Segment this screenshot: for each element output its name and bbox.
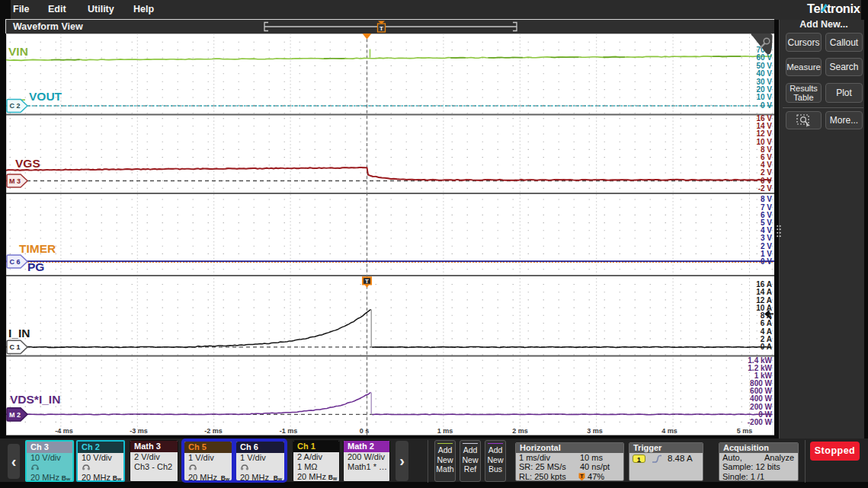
svg-text:0 V: 0 V: [761, 101, 772, 110]
svg-text:3 ms: 3 ms: [587, 427, 603, 435]
svg-text:-2 ms: -2 ms: [204, 427, 223, 435]
svg-text:-4 ms: -4 ms: [55, 427, 73, 435]
svg-text:M 2: M 2: [9, 411, 21, 419]
svg-text:20 V: 20 V: [756, 85, 772, 94]
svg-text:5 ms: 5 ms: [737, 427, 753, 435]
svg-text:C 2: C 2: [9, 102, 20, 110]
svg-text:10 V: 10 V: [756, 93, 772, 101]
svg-text:1 ms: 1 ms: [437, 427, 453, 435]
svg-text:2 ms: 2 ms: [512, 427, 528, 435]
svg-text:4 ms: 4 ms: [661, 427, 677, 435]
svg-text:60 V: 60 V: [756, 53, 772, 62]
svg-text:-200 W: -200 W: [748, 418, 773, 426]
svg-text:C 6: C 6: [9, 258, 20, 266]
svg-text:VGS: VGS: [15, 157, 40, 170]
svg-text:PG: PG: [27, 260, 44, 273]
svg-text:M 3: M 3: [9, 177, 21, 185]
svg-text:T: T: [365, 278, 369, 285]
svg-text:-3 ms: -3 ms: [130, 427, 148, 435]
svg-text:I_IN: I_IN: [8, 327, 30, 340]
svg-text:-1 ms: -1 ms: [280, 427, 298, 435]
svg-text:VIN: VIN: [8, 45, 28, 58]
svg-text:30 V: 30 V: [756, 78, 772, 86]
svg-text:T: T: [580, 474, 584, 479]
svg-text:0 s: 0 s: [360, 427, 370, 435]
svg-text:TIMER: TIMER: [19, 242, 56, 255]
svg-text:-2 V: -2 V: [758, 184, 773, 193]
svg-text:T: T: [380, 25, 383, 32]
svg-text:40 V: 40 V: [756, 69, 772, 78]
svg-text:VDS*I_IN: VDS*I_IN: [10, 393, 60, 406]
svg-text:0 A: 0 A: [761, 343, 772, 351]
svg-text:VOUT: VOUT: [29, 90, 62, 103]
svg-text:50 V: 50 V: [756, 62, 772, 70]
svg-text:0 V: 0 V: [761, 257, 772, 266]
svg-text:C 1: C 1: [9, 343, 20, 351]
